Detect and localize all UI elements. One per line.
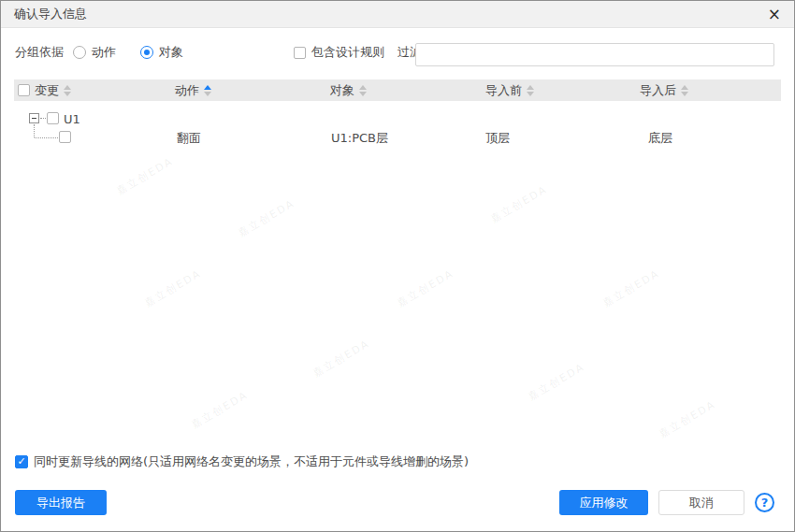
column-header-action[interactable]: 动作 <box>175 79 211 101</box>
column-label-action: 动作 <box>175 82 199 99</box>
include-rules-checkbox[interactable] <box>294 47 306 59</box>
column-label-change: 变更 <box>35 82 59 99</box>
watermark: 嘉立创EDA <box>600 266 662 310</box>
radio-group-by-object[interactable] <box>140 46 153 59</box>
watermark: 嘉立创EDA <box>114 154 176 198</box>
watermark: 嘉立创EDA <box>311 337 372 381</box>
update-nets-option: ✓ 同时更新导线的网络(只适用网络名变更的场景，不适用于元件或导线增删的场景) <box>15 453 469 470</box>
group-by-label: 分组依据 <box>15 44 64 61</box>
group-row-checkbox[interactable] <box>47 112 59 124</box>
tree-connector <box>40 118 46 119</box>
include-rules-control: 包含设计规则 过滤: <box>294 42 426 63</box>
watermark: 嘉立创EDA <box>189 388 251 432</box>
row-checkbox[interactable] <box>59 131 71 143</box>
help-icon[interactable]: ? <box>755 493 774 512</box>
include-rules-label[interactable]: 包含设计规则 <box>311 44 384 61</box>
watermark: 嘉立创EDA <box>657 397 718 441</box>
export-report-button[interactable]: 导出报告 <box>15 490 107 515</box>
apply-changes-button[interactable]: 应用修改 <box>559 490 648 515</box>
row-cell-before: 顶层 <box>485 130 510 147</box>
watermark: 嘉立创EDA <box>236 196 297 240</box>
column-header-object[interactable]: 对象 <box>330 79 367 101</box>
tree-connector <box>35 137 58 138</box>
tree-connector <box>34 124 35 137</box>
sort-icon-before[interactable] <box>527 85 534 96</box>
sort-icon-action-asc[interactable] <box>204 85 211 96</box>
column-header-change[interactable]: 变更 <box>18 79 71 101</box>
watermark: 嘉立创EDA <box>142 266 204 310</box>
sort-icon-object[interactable] <box>359 85 367 96</box>
confirm-import-dialog: 确认导入信息 × 分组依据 动作 对象 包含设计规则 过滤: 变更 动作 对象 <box>0 0 795 532</box>
row-cell-object: U1:PCB层 <box>331 130 388 147</box>
column-header-before[interactable]: 导入前 <box>485 79 534 101</box>
row-cell-action: 翻面 <box>177 130 201 147</box>
filter-input[interactable] <box>415 43 774 66</box>
radio-group-by-action[interactable] <box>73 46 86 59</box>
close-icon[interactable]: × <box>768 7 781 22</box>
radio-action-label[interactable]: 动作 <box>92 44 116 61</box>
column-header-after[interactable]: 导入后 <box>640 79 688 101</box>
watermark: 嘉立创EDA <box>395 266 456 310</box>
dialog-title: 确认导入信息 <box>14 6 87 22</box>
radio-object-label[interactable]: 对象 <box>159 44 183 61</box>
column-label-after: 导入后 <box>640 82 676 99</box>
tree-collapse-icon[interactable] <box>29 113 39 123</box>
dialog-titlebar: 确认导入信息 × <box>1 1 794 28</box>
watermark: 嘉立创EDA <box>526 360 587 404</box>
update-nets-checkbox[interactable]: ✓ <box>15 455 28 468</box>
select-all-checkbox[interactable] <box>18 84 30 96</box>
row-cell-after: 底层 <box>648 130 672 147</box>
watermark: 嘉立创EDA <box>488 182 550 226</box>
sort-icon-after[interactable] <box>681 85 688 96</box>
update-nets-label[interactable]: 同时更新导线的网络(只适用网络名变更的场景，不适用于元件或导线增删的场景) <box>34 453 469 470</box>
cancel-button[interactable]: 取消 <box>658 490 744 515</box>
group-by-control: 分组依据 动作 对象 <box>15 42 183 63</box>
column-label-object: 对象 <box>330 82 354 99</box>
group-row-label[interactable]: U1 <box>64 112 80 126</box>
sort-icon-change[interactable] <box>64 85 71 96</box>
column-label-before: 导入前 <box>485 82 522 99</box>
